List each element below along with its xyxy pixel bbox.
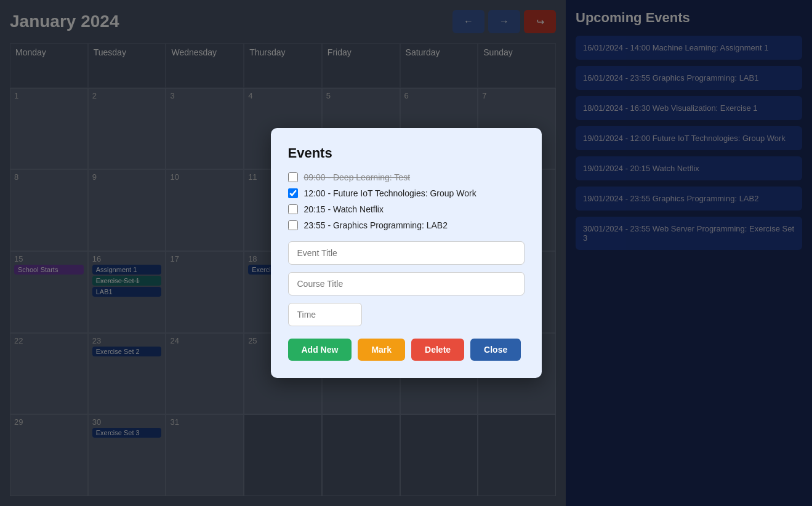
delete-button[interactable]: Delete	[411, 339, 464, 361]
modal-event-checkbox-4[interactable]	[288, 220, 298, 230]
modal-overlay[interactable]: Events 09:00 - Deep Learning: Test 12:00…	[0, 0, 812, 506]
modal-event-label-2[interactable]: 12:00 - Future IoT Technologies: Group W…	[304, 188, 476, 198]
modal-event-item-4: 23:55 - Graphics Programming: LAB2	[288, 220, 525, 230]
modal-event-label-4[interactable]: 23:55 - Graphics Programming: LAB2	[304, 220, 448, 230]
modal-event-label-3[interactable]: 20:15 - Watch Netflix	[304, 204, 384, 214]
modal-event-item-1: 09:00 - Deep Learning: Test	[288, 172, 525, 182]
event-title-input[interactable]	[288, 241, 525, 265]
modal-event-label-1[interactable]: 09:00 - Deep Learning: Test	[304, 172, 411, 182]
close-button[interactable]: Close	[470, 339, 521, 361]
modal-event-list: 09:00 - Deep Learning: Test 12:00 - Futu…	[288, 172, 525, 230]
modal-event-item-2: 12:00 - Future IoT Technologies: Group W…	[288, 188, 525, 198]
modal-event-checkbox-3[interactable]	[288, 204, 298, 214]
modal-event-checkbox-2[interactable]	[288, 188, 298, 198]
modal-event-checkbox-1[interactable]	[288, 172, 298, 182]
mark-button[interactable]: Mark	[358, 339, 405, 361]
modal-event-item-3: 20:15 - Watch Netflix	[288, 204, 525, 214]
modal-title: Events	[288, 145, 525, 161]
add-new-button[interactable]: Add New	[288, 339, 352, 361]
modal-buttons: Add New Mark Delete Close	[288, 339, 525, 361]
events-modal: Events 09:00 - Deep Learning: Test 12:00…	[271, 128, 542, 378]
course-title-input[interactable]	[288, 272, 525, 295]
time-input[interactable]	[288, 303, 362, 326]
